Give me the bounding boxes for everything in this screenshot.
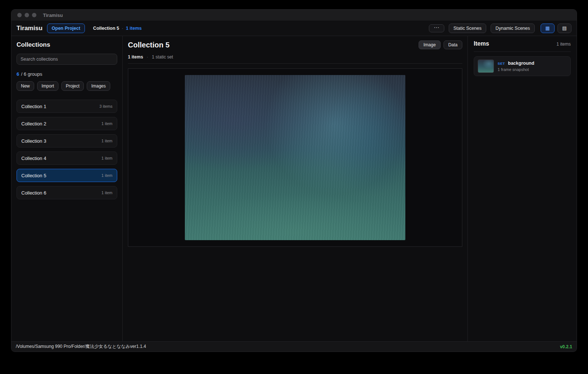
items-panel: Items 1 items SET background 1 frame sna…	[467, 36, 577, 341]
item-type-badge: SET	[498, 61, 505, 65]
collection-list-item[interactable]: Collection 6 1 item	[17, 186, 117, 199]
collection-name: Collection 1	[21, 104, 46, 109]
item-thumbnail	[478, 60, 494, 73]
collection-item-count: 1 item	[101, 173, 112, 178]
status-bar: /Volumes/Samsung 990 Pro/Folder/魔法少女るなとな…	[11, 341, 577, 352]
main-divider	[128, 63, 462, 64]
items-count: 1 items	[556, 42, 571, 47]
maximize-window-button[interactable]	[32, 13, 36, 17]
list-icon: ▤	[562, 25, 567, 31]
item-name: background	[508, 61, 534, 66]
collection-name: Collection 5	[21, 173, 46, 178]
items-header: Items 1 items	[474, 40, 571, 52]
app-version: v0.2.1	[560, 344, 572, 349]
search-collections-input[interactable]	[17, 54, 117, 65]
grid-view-button[interactable]: ▦	[541, 24, 555, 33]
open-project-button[interactable]: Open Project	[47, 24, 85, 33]
meta-items-count: 1 items	[128, 54, 143, 60]
groups-count-line: 6 / 6 groups	[17, 71, 117, 77]
collection-preview-image[interactable]	[185, 75, 405, 240]
collection-item-count: 1 item	[101, 121, 112, 126]
collections-sidebar: Collections 6 / 6 groups New Import Proj…	[11, 36, 123, 341]
view-toggle-group: ▦ ▤	[541, 24, 571, 33]
item-subtitle: 1 frame snapshot	[498, 67, 534, 72]
close-window-button[interactable]	[17, 13, 22, 17]
project-path: /Volumes/Samsung 990 Pro/Folder/魔法少女るなとな…	[16, 343, 146, 350]
grid-icon: ▦	[545, 25, 550, 31]
titlebar: Tiramisu	[11, 10, 577, 21]
content-area: Collections 6 / 6 groups New Import Proj…	[11, 36, 577, 341]
new-collection-button[interactable]: New	[17, 81, 34, 91]
sidebar-actions: New Import Project Images	[17, 81, 117, 91]
collection-list: Collection 1 3 items Collection 2 1 item…	[17, 100, 117, 203]
collection-meta: 1 items · 1 static set	[128, 54, 462, 60]
collection-item-count: 1 item	[101, 190, 112, 195]
collection-item-count: 3 items	[100, 104, 112, 108]
app-name: Tiramisu	[17, 25, 43, 32]
collection-name: Collection 6	[21, 190, 46, 196]
breadcrumb-item-count: 1 items	[126, 26, 141, 31]
app-window: Tiramisu Tiramisu Open Project Collectio…	[11, 9, 577, 352]
ellipsis-icon: ⋯	[434, 26, 439, 29]
collections-heading: Collections	[17, 41, 117, 49]
minimize-window-button[interactable]	[25, 13, 29, 17]
more-options-button[interactable]: ⋯	[429, 24, 444, 32]
list-view-button[interactable]: ▤	[557, 24, 571, 33]
image-preview-panel	[128, 68, 462, 247]
breadcrumb-collection: Collection 5	[93, 26, 119, 31]
collection-name: Collection 2	[21, 121, 46, 127]
collection-list-item[interactable]: Collection 1 3 items	[17, 100, 117, 113]
collection-list-item[interactable]: Collection 2 1 item	[17, 117, 117, 130]
project-button[interactable]: Project	[61, 81, 84, 91]
groups-count-label: / 6 groups	[21, 71, 42, 77]
page-title: Collection 5	[128, 41, 169, 49]
dynamic-scenes-button[interactable]: Dynamic Scenes	[491, 24, 535, 33]
item-text: SET background 1 frame snapshot	[498, 61, 534, 72]
breadcrumb: Collection 5 · 1 items	[93, 26, 141, 31]
import-button[interactable]: Import	[37, 81, 58, 91]
collection-list-item[interactable]: Collection 5 1 item	[17, 169, 117, 182]
items-heading: Items	[474, 40, 489, 47]
breadcrumb-separator: ·	[122, 26, 123, 31]
item-card-background[interactable]: SET background 1 frame snapshot	[474, 56, 571, 76]
collection-item-count: 1 item	[101, 139, 112, 143]
groups-count-value: 6	[17, 71, 19, 77]
collection-name: Collection 3	[21, 138, 46, 144]
collection-list-item[interactable]: Collection 4 1 item	[17, 152, 117, 165]
collection-name: Collection 4	[21, 156, 46, 161]
window-title: Tiramisu	[43, 13, 63, 18]
main-title-row: Collection 5 Image Data	[128, 40, 462, 49]
meta-separator: ·	[147, 54, 148, 60]
tab-image[interactable]: Image	[419, 40, 440, 49]
collection-list-item[interactable]: Collection 3 1 item	[17, 134, 117, 147]
static-scenes-button[interactable]: Static Scenes	[449, 24, 486, 33]
tab-data[interactable]: Data	[444, 40, 462, 49]
meta-static-set: 1 static set	[152, 54, 173, 60]
collection-item-count: 1 item	[101, 156, 112, 160]
images-button[interactable]: Images	[87, 81, 110, 91]
header-toolbar: Tiramisu Open Project Collection 5 · 1 i…	[11, 21, 577, 36]
main-panel: Collection 5 Image Data 1 items · 1 stat…	[123, 36, 467, 341]
item-title-line: SET background	[498, 61, 534, 66]
